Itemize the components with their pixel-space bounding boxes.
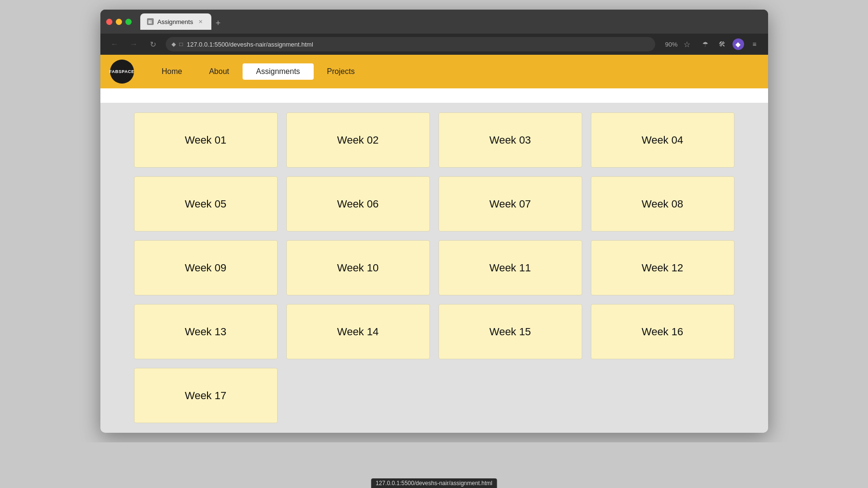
url-text: 127.0.0.1:5500/deveshs-nair/assignment.h… [187, 41, 650, 48]
week-card-label: Week 07 [489, 198, 531, 210]
week-card-label: Week 14 [337, 326, 379, 338]
week-card-label: Week 13 [185, 326, 226, 338]
week-card[interactable]: Week 10 [286, 240, 430, 295]
maximize-button[interactable] [125, 19, 132, 25]
nav-links: Home About Assignments Projects [148, 63, 368, 80]
week-card-label: Week 08 [642, 198, 683, 210]
week-card[interactable]: Week 14 [286, 304, 430, 359]
toolbar-icons: ☂ 🛠 ◆ ≡ [700, 38, 760, 50]
week-card-label: Week 10 [337, 262, 379, 274]
extensions-icon[interactable]: 🛠 [716, 38, 728, 50]
menu-icon[interactable]: ≡ [749, 38, 760, 50]
nav-assignments[interactable]: Assignments [243, 63, 314, 80]
address-bar: ← → ↻ ◆ □ 127.0.0.1:5500/deveshs-nair/as… [100, 34, 768, 55]
bookmark-button[interactable]: ☆ [684, 40, 690, 49]
week-card-label: Week 09 [185, 262, 226, 274]
security-icon: ◆ [171, 41, 176, 48]
nav-about[interactable]: About [196, 63, 243, 80]
reload-button[interactable]: ↻ [147, 37, 160, 51]
browser-window: ▦ Assignments ✕ + ← → ↻ ◆ □ 127.0.0.1:55… [100, 10, 768, 433]
minimize-button[interactable] [116, 19, 122, 25]
week-card-label: Week 01 [185, 134, 226, 146]
white-separator [100, 88, 768, 103]
zoom-level: 90% [665, 41, 677, 48]
url-bar[interactable]: ◆ □ 127.0.0.1:5500/deveshs-nair/assignme… [166, 37, 656, 51]
week-card-label: Week 12 [642, 262, 683, 274]
week-card[interactable]: Week 07 [439, 176, 582, 232]
week-card-label: Week 16 [642, 326, 683, 338]
week-card[interactable]: Week 16 [591, 304, 734, 359]
week-card[interactable]: Week 05 [134, 176, 278, 232]
nav-home[interactable]: Home [148, 63, 196, 80]
new-tab-button[interactable]: + [211, 16, 225, 30]
tab-favicon: ▦ [147, 18, 154, 25]
week-card[interactable]: Week 04 [591, 112, 734, 168]
week-card-label: Week 06 [337, 198, 379, 210]
week-grid: Week 01Week 02Week 03Week 04Week 05Week … [134, 112, 734, 423]
week-card[interactable]: Week 02 [286, 112, 430, 168]
page-content: FABSPACE Home About Assignments Projects… [100, 55, 768, 433]
close-button[interactable] [106, 19, 112, 25]
week-card-label: Week 15 [489, 326, 531, 338]
tab-area: ▦ Assignments ✕ + [140, 13, 762, 30]
week-card-label: Week 17 [185, 390, 226, 402]
week-card[interactable]: Week 17 [134, 368, 278, 423]
shield-icon[interactable]: ☂ [700, 38, 711, 50]
week-card[interactable]: Week 01 [134, 112, 278, 168]
tab-label: Assignments [158, 18, 193, 25]
week-card-label: Week 05 [185, 198, 226, 210]
week-card-label: Week 02 [337, 134, 379, 146]
week-card[interactable]: Week 11 [439, 240, 582, 295]
site-logo: FABSPACE [110, 60, 134, 84]
week-card[interactable]: Week 12 [591, 240, 734, 295]
week-card[interactable]: Week 09 [134, 240, 278, 295]
nav-projects[interactable]: Projects [314, 63, 368, 80]
grid-area: Week 01Week 02Week 03Week 04Week 05Week … [100, 103, 768, 433]
week-card[interactable]: Week 15 [439, 304, 582, 359]
week-card[interactable]: Week 08 [591, 176, 734, 232]
profile-icon[interactable]: ◆ [733, 38, 744, 50]
page-icon: □ [180, 41, 183, 48]
week-card[interactable]: Week 03 [439, 112, 582, 168]
week-card[interactable]: Week 13 [134, 304, 278, 359]
traffic-lights [106, 19, 132, 25]
back-button[interactable]: ← [108, 37, 122, 51]
week-card[interactable]: Week 06 [286, 176, 430, 232]
tab-close-button[interactable]: ✕ [197, 18, 205, 25]
week-card-label: Week 03 [489, 134, 531, 146]
week-card-label: Week 04 [642, 134, 683, 146]
title-bar: ▦ Assignments ✕ + [100, 10, 768, 34]
active-tab[interactable]: ▦ Assignments ✕ [140, 13, 211, 30]
week-card-label: Week 11 [489, 262, 531, 274]
site-nav: FABSPACE Home About Assignments Projects [100, 55, 768, 88]
forward-button[interactable]: → [127, 37, 141, 51]
